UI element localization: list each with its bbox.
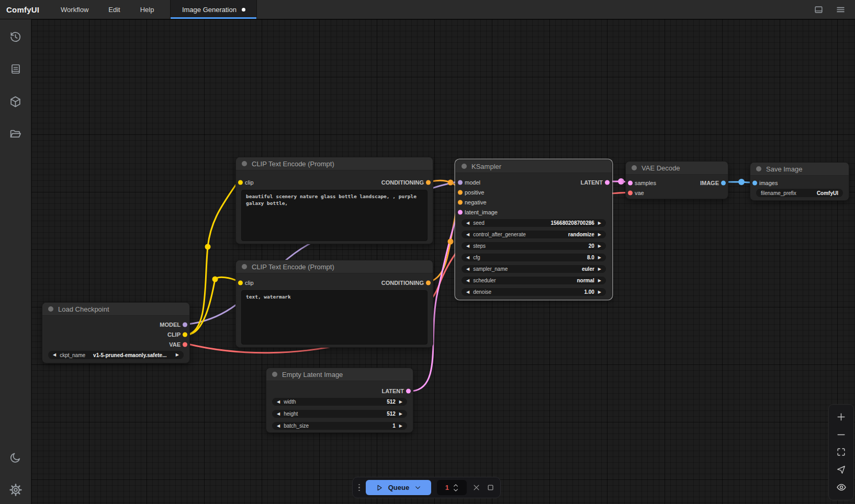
port-images-input[interactable] xyxy=(752,180,757,185)
slot-label-negative: negative xyxy=(465,199,487,205)
widget-filename-prefix[interactable]: filename_prefix ComfyUI xyxy=(756,189,843,197)
zoom-in-icon[interactable] xyxy=(836,412,847,422)
widget-batch-size[interactable]: ◀ batch_size 1 ▶ xyxy=(272,422,407,430)
port-latent-output[interactable] xyxy=(406,388,411,393)
model-library-icon[interactable] xyxy=(9,95,22,108)
widget-cfg[interactable]: ◀ cfg 8.0 ▶ xyxy=(462,254,606,261)
widget-width[interactable]: ◀ width 512 ▶ xyxy=(272,398,407,406)
port-model-output[interactable] xyxy=(183,322,187,327)
queue-history-icon[interactable] xyxy=(9,30,22,43)
widget-denoise[interactable]: ◀ denoise 1.00 ▶ xyxy=(462,288,606,296)
step-right-icon[interactable]: ▶ xyxy=(598,290,601,294)
step-left-icon[interactable]: ◀ xyxy=(466,233,469,237)
node-header[interactable]: KSampler xyxy=(456,160,612,173)
step-left-icon[interactable]: ◀ xyxy=(53,353,56,357)
drag-handle[interactable] xyxy=(358,484,360,491)
pan-mode-cursor-icon[interactable] xyxy=(836,465,847,475)
node-header[interactable]: CLIP Text Encode (Prompt) xyxy=(236,260,433,273)
step-left-icon[interactable]: ◀ xyxy=(466,244,469,248)
step-right-icon[interactable]: ▶ xyxy=(176,353,179,357)
port-positive-input[interactable] xyxy=(458,190,463,194)
step-right-icon[interactable]: ▶ xyxy=(598,256,601,260)
step-right-icon[interactable]: ▶ xyxy=(598,233,601,237)
increment-icon[interactable] xyxy=(453,484,458,487)
port-latent-image-input[interactable] xyxy=(458,210,463,214)
node-header[interactable]: Load Checkpoint xyxy=(42,303,189,316)
step-right-icon[interactable]: ▶ xyxy=(598,267,601,271)
app-logo: ComfyUI xyxy=(6,5,39,14)
queue-button[interactable]: Queue xyxy=(366,480,432,495)
node-graph-canvas[interactable] xyxy=(31,19,855,504)
port-latent-output[interactable] xyxy=(605,180,610,185)
fit-view-icon[interactable] xyxy=(836,447,847,457)
node-vae-decode[interactable]: VAE Decode samples IMAGE vae xyxy=(625,161,728,199)
node-header[interactable]: VAE Decode xyxy=(626,162,728,175)
port-samples-input[interactable] xyxy=(628,180,633,185)
chevron-down-icon[interactable] xyxy=(414,484,421,491)
step-left-icon[interactable]: ◀ xyxy=(277,412,280,416)
port-negative-input[interactable] xyxy=(458,200,463,204)
menu-help[interactable]: Help xyxy=(130,6,164,14)
stop-icon[interactable] xyxy=(486,484,494,492)
port-image-output[interactable] xyxy=(721,180,726,185)
widget-ckpt-name[interactable]: ◀ ckpt_name v1-5-pruned-emaonly.safete..… xyxy=(48,351,184,359)
step-right-icon[interactable]: ▶ xyxy=(399,424,402,428)
widget-seed[interactable]: ◀ seed 156680208700286 ▶ xyxy=(462,219,606,227)
canvas-view-controls xyxy=(828,404,854,500)
node-library-icon[interactable] xyxy=(9,62,22,76)
step-right-icon[interactable]: ▶ xyxy=(598,244,601,248)
widget-steps[interactable]: ◀ steps 20 ▶ xyxy=(462,242,606,250)
step-right-icon[interactable]: ▶ xyxy=(598,279,601,283)
port-model-input[interactable] xyxy=(458,180,463,185)
decrement-icon[interactable] xyxy=(453,488,458,492)
port-conditioning-output[interactable] xyxy=(426,180,431,185)
node-clip-text-encode-positive[interactable]: CLIP Text Encode (Prompt) clip CONDITION… xyxy=(235,157,433,244)
step-left-icon[interactable]: ◀ xyxy=(277,400,280,404)
batch-count-input[interactable]: 1 xyxy=(437,480,466,495)
widget-height[interactable]: ◀ height 512 ▶ xyxy=(272,410,407,418)
widget-control-after-generate[interactable]: ◀ control_after_generate randomize ▶ xyxy=(462,231,606,238)
port-clip-input[interactable] xyxy=(238,280,243,285)
step-left-icon[interactable]: ◀ xyxy=(466,256,469,260)
menu-workflow[interactable]: Workflow xyxy=(51,6,98,14)
node-load-checkpoint[interactable]: Load Checkpoint MODEL CLIP VAE ◀ ckpt_na… xyxy=(42,302,190,363)
zoom-out-icon[interactable] xyxy=(836,429,847,440)
step-right-icon[interactable]: ▶ xyxy=(598,221,601,225)
step-left-icon[interactable]: ◀ xyxy=(466,290,469,294)
node-status-dot xyxy=(48,306,53,312)
node-empty-latent-image[interactable]: Empty Latent Image LATENT ◀ width 512 ▶ … xyxy=(266,368,413,433)
node-header[interactable]: Save Image xyxy=(750,163,849,176)
hamburger-menu-icon[interactable] xyxy=(835,4,846,15)
toggle-link-visibility-eye-icon[interactable] xyxy=(836,482,847,492)
port-clip-output[interactable] xyxy=(183,332,187,337)
theme-toggle-moon-icon[interactable] xyxy=(9,451,22,464)
port-vae-input[interactable] xyxy=(628,190,633,195)
node-header[interactable]: Empty Latent Image xyxy=(266,368,413,381)
port-clip-input[interactable] xyxy=(238,180,243,185)
step-left-icon[interactable]: ◀ xyxy=(277,424,280,428)
step-right-icon[interactable]: ▶ xyxy=(399,400,402,404)
node-clip-text-encode-negative[interactable]: CLIP Text Encode (Prompt) clip CONDITION… xyxy=(235,260,433,348)
widget-sampler-name[interactable]: ◀ sampler_name euler ▶ xyxy=(462,265,606,273)
node-header[interactable]: CLIP Text Encode (Prompt) xyxy=(236,157,433,170)
node-title: VAE Decode xyxy=(642,164,680,172)
settings-gear-icon[interactable] xyxy=(9,483,22,497)
widget-value: 20 xyxy=(589,243,594,249)
node-save-image[interactable]: Save Image images filename_prefix ComfyU… xyxy=(750,162,849,201)
workflows-folder-icon[interactable] xyxy=(9,127,22,141)
clear-queue-icon[interactable] xyxy=(473,484,481,492)
menu-edit[interactable]: Edit xyxy=(98,6,130,14)
prompt-textarea[interactable]: beautiful scenery nature glass bottle la… xyxy=(241,190,428,241)
port-conditioning-output[interactable] xyxy=(426,280,431,285)
toggle-bottom-panel-icon[interactable] xyxy=(813,4,824,15)
port-vae-output[interactable] xyxy=(183,342,187,347)
step-right-icon[interactable]: ▶ xyxy=(399,412,402,416)
step-left-icon[interactable]: ◀ xyxy=(466,267,469,271)
widget-scheduler[interactable]: ◀ scheduler normal ▶ xyxy=(462,277,606,284)
step-left-icon[interactable]: ◀ xyxy=(466,279,469,283)
prompt-textarea[interactable]: text, watermark xyxy=(241,290,428,345)
workflow-tab[interactable]: Image Generation xyxy=(170,0,257,19)
widget-value: 8.0 xyxy=(587,255,594,260)
node-ksampler[interactable]: KSampler model LATENT positive negative … xyxy=(455,159,612,300)
step-left-icon[interactable]: ◀ xyxy=(466,221,469,225)
